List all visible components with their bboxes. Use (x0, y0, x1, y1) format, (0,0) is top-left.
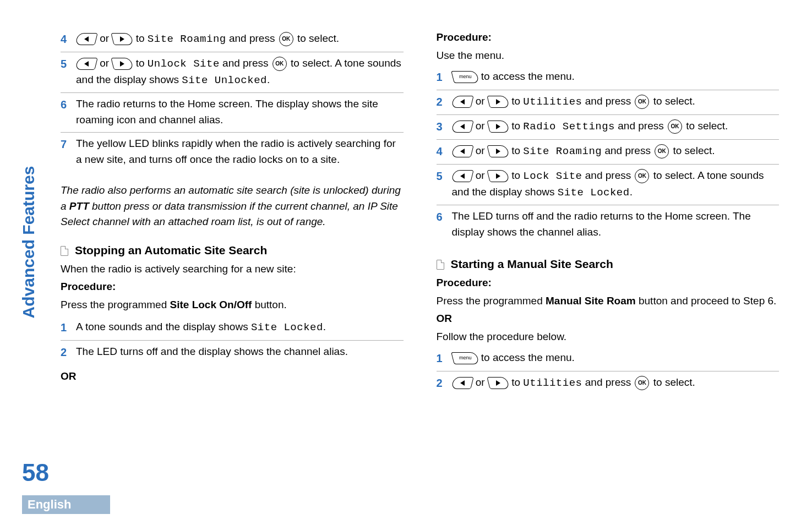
left-arrow-icon (451, 170, 473, 182)
step-number: 5 (437, 168, 452, 184)
text: to (136, 57, 148, 69)
step-body: menu to access the menu. (452, 69, 780, 85)
right-arrow-icon (111, 58, 134, 70)
step-body: A tone sounds and the display shows Site… (76, 319, 404, 336)
step-number: 6 (437, 209, 452, 225)
step-body: The radio returns to the Home screen. Th… (76, 96, 404, 128)
text: and press (582, 376, 634, 388)
menu-target: Utilities (523, 377, 582, 389)
step-4: 4 or to Site Roaming and press OK to sel… (61, 28, 404, 52)
display-result: Site Unlocked (182, 74, 267, 86)
step-body: or to Utilities and press OK to select. (452, 375, 780, 391)
text: A tone sounds and the display shows (76, 321, 251, 332)
step-body: The LED turns off and the radio returns … (452, 209, 780, 240)
rstep-3: 3 or to Radio Settings and press OK to s… (437, 115, 780, 140)
right-arrow-icon (487, 145, 509, 157)
step-body: The LED turns off and the display shows … (76, 344, 404, 360)
display-result: Site Locked (251, 321, 323, 333)
text: to (511, 95, 523, 107)
step-body: The yellow LED blinks rapidly when the r… (76, 136, 404, 167)
left-arrow-icon (451, 377, 473, 389)
text: button press or data transmission if the… (61, 200, 398, 228)
right-arrow-icon (487, 96, 509, 108)
text: to (511, 120, 523, 132)
left-arrow-icon (451, 121, 473, 133)
text: to select. (653, 95, 695, 107)
bstep-1: 1 menu to access the menu. (437, 347, 780, 371)
text: to access the menu. (481, 70, 575, 82)
menu-target: Utilities (523, 96, 582, 108)
left-arrow-icon (451, 145, 473, 157)
left-arrow-icon (75, 58, 97, 70)
right-column: Procedure: Use the menu. 1 menu to acces… (437, 28, 780, 396)
ok-icon: OK (635, 169, 649, 183)
step-body: or to Site Roaming and press OK to selec… (452, 143, 780, 160)
right-arrow-icon (111, 33, 134, 45)
step-number: 3 (437, 118, 452, 135)
substep-1: 1 A tone sounds and the display shows Si… (61, 316, 404, 341)
menu-target: Lock Site (523, 170, 582, 182)
rstep-4: 4 or to Site Roaming and press OK to sel… (437, 140, 780, 165)
follow-procedure: Follow the procedure below. (437, 329, 780, 345)
text: to select. (297, 32, 339, 44)
document-page: Advanced Features 58 English 4 or to Sit… (0, 0, 812, 525)
rstep-6: 6 The LED turns off and the radio return… (437, 205, 780, 244)
intro-text: When the radio is actively searching for… (61, 261, 404, 277)
text: to select. (673, 145, 715, 156)
step-number: 7 (61, 136, 76, 152)
text: and press (582, 95, 634, 107)
subheading-manual-search: Starting a Manual Site Search (437, 258, 780, 271)
text: button and proceed to Step 6. (636, 295, 777, 307)
step-number: 1 (61, 319, 76, 336)
step-number: 6 (61, 96, 76, 113)
text: to (511, 169, 523, 181)
step-number: 1 (437, 69, 452, 85)
text: . (630, 186, 633, 198)
button-name: Site Lock On/Off (170, 299, 252, 310)
procedure-label: Procedure: (437, 30, 780, 46)
ok-icon: OK (273, 57, 287, 71)
section-label: Advanced Features (19, 166, 38, 319)
rstep-2: 2 or to Utilities and press OK to select… (437, 90, 780, 115)
left-arrow-icon (451, 96, 473, 108)
text: and press (582, 169, 634, 181)
step-5: 5 or to Unlock Site and press OK to sele… (61, 52, 404, 93)
procedure-instruction: Press the programmed Manual Site Roam bu… (437, 293, 780, 309)
text: . (323, 321, 326, 332)
text: to select. (686, 120, 728, 132)
text: and press (615, 120, 667, 132)
text: to (511, 145, 523, 156)
right-arrow-icon (487, 121, 509, 133)
step-number: 2 (437, 375, 452, 391)
procedure-instruction: Press the programmed Site Lock On/Off bu… (61, 297, 404, 313)
step-6: 6 The radio returns to the Home screen. … (61, 93, 404, 133)
text: button. (252, 299, 286, 310)
language-bar: English (22, 495, 110, 514)
step-number: 2 (437, 94, 452, 110)
step-number: 2 (61, 344, 76, 360)
text: to (136, 32, 148, 44)
rstep-5: 5 or to Lock Site and press OK to select… (437, 165, 780, 205)
ok-icon: OK (635, 376, 649, 390)
ok-icon: OK (668, 119, 682, 134)
step-body: menu to access the menu. (452, 350, 780, 366)
ok-icon: OK (279, 32, 293, 46)
heading-text: Stopping an Automatic Site Search (75, 244, 267, 257)
menu-target: Radio Settings (523, 121, 615, 133)
left-arrow-icon (75, 33, 97, 45)
step-number: 4 (61, 31, 76, 47)
step-body: or to Site Roaming and press OK to selec… (76, 31, 404, 47)
or-separator: OR (61, 370, 404, 382)
text: and press (602, 145, 653, 156)
text: and press (220, 57, 271, 69)
step-number: 4 (437, 143, 452, 160)
text: to (511, 376, 523, 388)
text: . (267, 74, 270, 85)
procedure-label: Procedure: (61, 279, 404, 295)
ok-icon: OK (655, 144, 669, 158)
step-body: or to Utilities and press OK to select. (452, 94, 780, 110)
or-separator: OR (437, 311, 780, 327)
right-arrow-icon (487, 170, 509, 182)
rstep-1: 1 menu to access the menu. (437, 65, 780, 90)
use-menu: Use the menu. (437, 48, 780, 64)
